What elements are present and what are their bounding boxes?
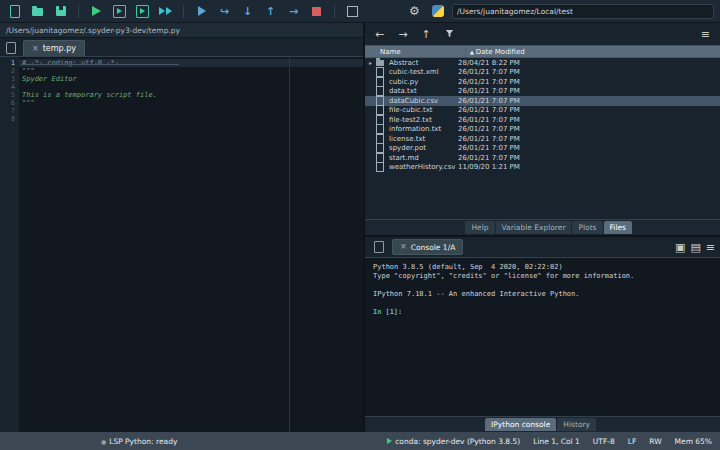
- file-icon: [376, 105, 389, 115]
- code-line[interactable]: [19, 83, 363, 91]
- file-date: 26/01/21 7:07 PM: [458, 78, 720, 86]
- code-line[interactable]: """: [19, 67, 363, 75]
- file-icon: [376, 162, 389, 172]
- close-icon[interactable]: ×: [32, 45, 39, 53]
- table-row[interactable]: cubic-test.xml 26/01/21 7:07 PM: [365, 68, 720, 78]
- code-line[interactable]: This is a temporary script file.: [19, 91, 363, 99]
- table-row[interactable]: ▸ Abstract 28/04/21 8:22 PM: [365, 58, 720, 68]
- line-number: 8: [0, 115, 19, 123]
- line-number: 4: [0, 83, 19, 91]
- lsp-status-icon: ●: [101, 438, 106, 445]
- back-icon[interactable]: ←: [375, 29, 384, 40]
- current-line-rule: [21, 64, 179, 65]
- column-header-date-modified[interactable]: Date Modified: [476, 48, 525, 56]
- open-file-icon[interactable]: [29, 3, 46, 20]
- file-name: license.txt: [389, 135, 458, 143]
- column-header-name[interactable]: Name: [365, 48, 466, 56]
- cursor-position-status: Line 1, Col 1: [533, 437, 580, 446]
- debug-icon[interactable]: [193, 3, 210, 20]
- browse-tabs-icon[interactable]: [2, 40, 19, 56]
- files-table: ▸ Abstract 28/04/21 8:22 PM cubic-test.x…: [365, 58, 720, 172]
- maximize-pane-icon[interactable]: [344, 3, 361, 20]
- save-icon[interactable]: [52, 3, 69, 20]
- console-blank-line: [373, 299, 712, 308]
- tab-console-1a[interactable]: × Console 1/A: [392, 239, 463, 255]
- spyder-window: ↪ ↓ ↑ → ⚙ /Users/juanitagomez/.spyder-py…: [0, 0, 720, 450]
- run-icon[interactable]: [88, 3, 105, 20]
- console-banner-line: Python 3.8.5 (default, Sep 4 2020, 02:22…: [373, 263, 712, 272]
- table-row[interactable]: start.md 26/01/21 7:07 PM: [365, 153, 720, 163]
- file-icon: [376, 115, 389, 125]
- tab-help[interactable]: Help: [465, 221, 494, 234]
- tab-history[interactable]: History: [557, 418, 596, 431]
- tab-temp-py[interactable]: × temp.py: [23, 40, 85, 56]
- tab-ipython-console[interactable]: IPython console: [485, 418, 556, 431]
- code-line[interactable]: [19, 107, 363, 115]
- run-cell-advance-icon[interactable]: [134, 3, 151, 20]
- tab-label: temp.py: [43, 44, 76, 53]
- table-row[interactable]: weatherHistory.csv 11/09/20 1:21 PM: [365, 163, 720, 173]
- editor-pane: /Users/juanitagomez/.spyder-py3-dev/temp…: [0, 23, 363, 432]
- table-row[interactable]: file-test2.txt 26/01/21 7:07 PM: [365, 115, 720, 125]
- rerun-cell-icon[interactable]: [157, 3, 174, 20]
- continue-execution-icon[interactable]: →: [285, 3, 302, 20]
- tab-variable-explorer[interactable]: Variable Explorer: [496, 221, 572, 234]
- file-date: 26/01/21 7:07 PM: [458, 87, 720, 95]
- prompt-in-text: In: [373, 308, 381, 316]
- files-panel: ← → ↑ ≡ Name ▲ Date Modified ▸ Abs: [365, 23, 720, 235]
- step-return-icon[interactable]: ↑: [262, 3, 279, 20]
- working-directory-input[interactable]: [452, 4, 714, 19]
- table-row[interactable]: cubic.py 26/01/21 7:07 PM: [365, 77, 720, 87]
- file-date: 26/01/21 7:07 PM: [458, 125, 720, 133]
- chevron-right-icon[interactable]: ▸: [369, 59, 376, 66]
- parent-directory-icon[interactable]: ↑: [421, 29, 430, 40]
- forward-icon[interactable]: →: [398, 29, 407, 40]
- files-options-menu-icon[interactable]: ≡: [701, 29, 710, 40]
- close-icon[interactable]: ×: [400, 243, 407, 251]
- lsp-status[interactable]: ● LSP Python: ready: [101, 437, 177, 446]
- toolbar-separator: [183, 5, 184, 18]
- status-bar: ● LSP Python: ready conda: spyder-dev (P…: [0, 432, 720, 450]
- code-editor[interactable]: 1 2 3 4 5 6 7 8 # -*- coding: utf-8 -*- …: [0, 57, 363, 432]
- stop-debug-icon[interactable]: [308, 3, 325, 20]
- table-row[interactable]: information.txt 26/01/21 7:07 PM: [365, 125, 720, 135]
- new-file-icon[interactable]: [6, 3, 23, 20]
- table-row[interactable]: spyder.pot 26/01/21 7:07 PM: [365, 144, 720, 154]
- python-logo-icon[interactable]: [429, 3, 446, 20]
- file-date: 26/01/21 7:07 PM: [458, 68, 720, 76]
- run-cell-icon[interactable]: [111, 3, 128, 20]
- tab-files[interactable]: Files: [604, 221, 632, 234]
- console-blank-line: [373, 281, 712, 290]
- table-row-selected[interactable]: dataCubic.csv 26/01/21 7:07 PM: [365, 96, 720, 106]
- console-tabbar: × Console 1/A ▣ ▤ ≡: [365, 237, 720, 258]
- filter-funnel-icon[interactable]: [445, 29, 454, 40]
- file-icon: [376, 143, 389, 153]
- step-into-icon[interactable]: ↓: [239, 3, 256, 20]
- sort-ascending-icon: ▲: [470, 49, 474, 55]
- file-icon: [376, 77, 389, 87]
- panel-tabbar: Help Variable Explorer Plots Files: [365, 219, 720, 235]
- conda-environment-status[interactable]: conda: spyder-dev (Python 3.8.5): [387, 437, 520, 446]
- code-line[interactable]: Spyder Editor: [19, 75, 363, 83]
- file-date: 26/01/21 7:07 PM: [458, 116, 720, 124]
- code-area[interactable]: # -*- coding: utf-8 -*- """ Spyder Edito…: [19, 57, 363, 432]
- line-number: 3: [0, 75, 19, 83]
- table-row[interactable]: data.txt 26/01/21 7:07 PM: [365, 87, 720, 97]
- file-date: 26/01/21 7:07 PM: [458, 97, 720, 105]
- new-console-icon[interactable]: [370, 239, 387, 256]
- tab-plots[interactable]: Plots: [572, 221, 602, 234]
- console-options-menu-icon[interactable]: ≡: [706, 242, 715, 253]
- preferences-wrench-icon[interactable]: ⚙: [406, 3, 423, 20]
- step-over-icon[interactable]: ↪: [216, 3, 233, 20]
- eol-status: LF: [628, 437, 637, 446]
- console-prompt[interactable]: In[1]:: [373, 308, 712, 317]
- table-row[interactable]: file-cubic.txt 26/01/21 7:07 PM: [365, 106, 720, 116]
- table-row[interactable]: license.txt 26/01/21 7:07 PM: [365, 134, 720, 144]
- open-in-window-icon[interactable]: ▣: [675, 242, 685, 253]
- code-line[interactable]: [19, 115, 363, 123]
- console-environment-icon[interactable]: ▤: [690, 242, 700, 253]
- code-line[interactable]: """: [19, 99, 363, 107]
- console-output[interactable]: Python 3.8.5 (default, Sep 4 2020, 02:22…: [365, 258, 720, 416]
- code-line[interactable]: # -*- coding: utf-8 -*-: [19, 59, 363, 67]
- folder-icon: [376, 60, 389, 66]
